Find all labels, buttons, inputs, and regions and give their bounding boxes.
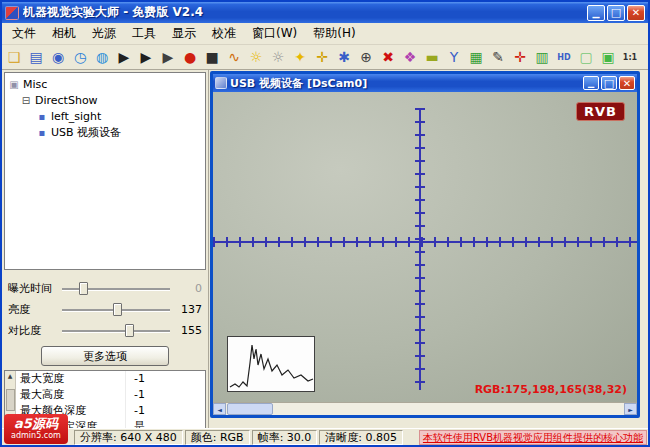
child-window-controls bbox=[583, 76, 635, 90]
main-area: Misc DirectShow left_sight USB 视频设备 曝光时间 bbox=[2, 70, 648, 428]
child-close-button[interactable] bbox=[619, 76, 635, 90]
collapse-icon[interactable] bbox=[20, 95, 32, 106]
tree-item-directshow[interactable]: DirectShow bbox=[8, 92, 205, 108]
menu-window[interactable]: 窗口(W) bbox=[244, 23, 305, 44]
scrollbar-thumb[interactable] bbox=[227, 403, 273, 415]
rvb-logo: RVB bbox=[576, 102, 625, 121]
camera-horizontal-scrollbar[interactable] bbox=[213, 402, 637, 415]
watermark-title: a5源码 bbox=[14, 417, 58, 431]
one-to-one-button[interactable]: 1:1 bbox=[619, 46, 641, 68]
brightness-slider-thumb[interactable] bbox=[113, 303, 122, 316]
contrast-row: 对比度 155 bbox=[8, 320, 202, 341]
menu-file[interactable]: 文件 bbox=[4, 23, 44, 44]
window-controls bbox=[587, 5, 645, 21]
a5-watermark-logo: a5源码 admin5.com bbox=[4, 414, 68, 444]
property-row[interactable]: 最大宽度 -1 bbox=[16, 371, 205, 387]
menu-light[interactable]: 光源 bbox=[84, 23, 124, 44]
menu-help[interactable]: 帮助(H) bbox=[305, 23, 363, 44]
tree-item-misc[interactable]: Misc bbox=[8, 76, 205, 92]
crosshair-vertical-line bbox=[419, 108, 421, 390]
contrast-value: 155 bbox=[174, 324, 202, 337]
measure-button[interactable]: ▬ bbox=[421, 46, 443, 68]
target-button[interactable]: ✛ bbox=[509, 46, 531, 68]
open-file-button[interactable]: ❑ bbox=[3, 46, 25, 68]
child-maximize-button[interactable] bbox=[601, 76, 617, 90]
play-all-button[interactable]: ▶ bbox=[135, 46, 157, 68]
menu-tools[interactable]: 工具 bbox=[124, 23, 164, 44]
light-adjust-button[interactable]: ✛ bbox=[311, 46, 333, 68]
camera-button[interactable]: ◉ bbox=[47, 46, 69, 68]
status-color: 颜色: RGB bbox=[185, 430, 250, 445]
palette-button[interactable]: ❖ bbox=[399, 46, 421, 68]
stop-button[interactable]: ■ bbox=[201, 46, 223, 68]
exposure-row: 曝光时间 0 bbox=[8, 278, 202, 299]
save-button[interactable]: ▤ bbox=[25, 46, 47, 68]
signal-button[interactable]: ∿ bbox=[223, 46, 245, 68]
title-bar: 机器视觉实验大师 - 免费版 V2.4 bbox=[2, 2, 648, 23]
brightness-row: 亮度 137 bbox=[8, 299, 202, 320]
tree-label-directshow: DirectShow bbox=[35, 94, 98, 107]
property-label: 最大宽度 bbox=[16, 371, 126, 387]
globe-button[interactable]: ◍ bbox=[91, 46, 113, 68]
menu-calibration[interactable]: 校准 bbox=[204, 23, 244, 44]
property-label: 最大高度 bbox=[16, 387, 126, 403]
exposure-slider-thumb[interactable] bbox=[79, 282, 88, 295]
record-button[interactable]: ● bbox=[179, 46, 201, 68]
exposure-slider[interactable] bbox=[62, 280, 170, 297]
status-resolution: 分辨率: 640 X 480 bbox=[74, 430, 183, 445]
close-x-button[interactable]: ✖ bbox=[377, 46, 399, 68]
brightness-slider[interactable] bbox=[62, 301, 170, 318]
menu-display[interactable]: 显示 bbox=[164, 23, 204, 44]
property-row[interactable]: 最大高度 -1 bbox=[16, 387, 205, 403]
flash-button[interactable]: ✦ bbox=[289, 46, 311, 68]
play-button[interactable]: ▶ bbox=[113, 46, 135, 68]
menu-camera[interactable]: 相机 bbox=[44, 23, 84, 44]
histogram-button[interactable]: Y bbox=[443, 46, 465, 68]
settings-button[interactable]: ✱ bbox=[333, 46, 355, 68]
display-button[interactable]: ▢ bbox=[575, 46, 597, 68]
camera-window-title: USB 视频设备 [DsCam0] bbox=[230, 76, 580, 91]
edit-button[interactable]: ✎ bbox=[487, 46, 509, 68]
scrollbar-track[interactable] bbox=[274, 403, 624, 415]
tree-item-left-sight[interactable]: left_sight bbox=[8, 108, 205, 124]
status-framerate: 帧率: 30.0 bbox=[252, 430, 318, 445]
app-window: 机器视觉实验大师 - 免费版 V2.4 文件 相机 光源 工具 显示 校准 窗口… bbox=[0, 0, 650, 447]
child-minimize-button[interactable] bbox=[583, 76, 599, 90]
layout-button[interactable]: ▣ bbox=[597, 46, 619, 68]
contrast-label: 对比度 bbox=[8, 323, 58, 338]
scrollbar-thumb[interactable] bbox=[6, 389, 15, 411]
more-options-button[interactable]: 更多选项 bbox=[41, 346, 169, 366]
maximize-button[interactable] bbox=[607, 5, 625, 21]
exposure-value: 0 bbox=[174, 282, 202, 295]
property-value: -1 bbox=[126, 403, 205, 419]
toolbar: ❑ ▤ ◉ ◷ ◍ ▶ ▶ ▶ ● ■ ∿ ☼ ☼ ✦ ✛ ✱ ⊕ ✖ ❖ ▬ … bbox=[2, 45, 648, 70]
status-sharpness: 清晰度: 0.805 bbox=[319, 430, 403, 445]
zoom-button[interactable]: ⊕ bbox=[355, 46, 377, 68]
camera-window-titlebar[interactable]: USB 视频设备 [DsCam0] bbox=[213, 74, 637, 92]
minimize-button[interactable] bbox=[587, 5, 605, 21]
scroll-left-icon[interactable] bbox=[213, 403, 226, 415]
crosshair-horizontal-line bbox=[213, 241, 637, 243]
light-off-button[interactable]: ☼ bbox=[267, 46, 289, 68]
camera-controls: 曝光时间 0 亮度 137 对比度 bbox=[4, 270, 206, 370]
hd-mode-button[interactable]: HD bbox=[553, 46, 575, 68]
tree-item-usb-device[interactable]: USB 视频设备 bbox=[8, 124, 205, 140]
histogram-inset bbox=[227, 336, 315, 392]
step-play-button[interactable]: ▶ bbox=[157, 46, 179, 68]
table-button[interactable]: ▥ bbox=[531, 46, 553, 68]
scroll-up-icon[interactable]: ▲ bbox=[8, 372, 13, 379]
grid-button[interactable]: ▦ bbox=[465, 46, 487, 68]
clock-button[interactable]: ◷ bbox=[69, 46, 91, 68]
brightness-label: 亮度 bbox=[8, 302, 58, 317]
watermark-url: admin5.com bbox=[11, 432, 61, 441]
camera-window: USB 视频设备 [DsCam0] RVB bbox=[210, 71, 640, 418]
light-on-button[interactable]: ☼ bbox=[245, 46, 267, 68]
tree-label-left-sight: left_sight bbox=[51, 110, 101, 123]
contrast-slider-thumb[interactable] bbox=[125, 324, 134, 337]
contrast-slider[interactable] bbox=[62, 322, 170, 339]
scroll-right-icon[interactable] bbox=[624, 403, 637, 415]
close-button[interactable] bbox=[627, 5, 645, 21]
camera-view[interactable]: RVB RGB:175,198,165(38,32) bbox=[213, 92, 637, 402]
menu-bar: 文件 相机 光源 工具 显示 校准 窗口(W) 帮助(H) bbox=[2, 23, 648, 45]
histogram-waveform bbox=[228, 337, 314, 391]
